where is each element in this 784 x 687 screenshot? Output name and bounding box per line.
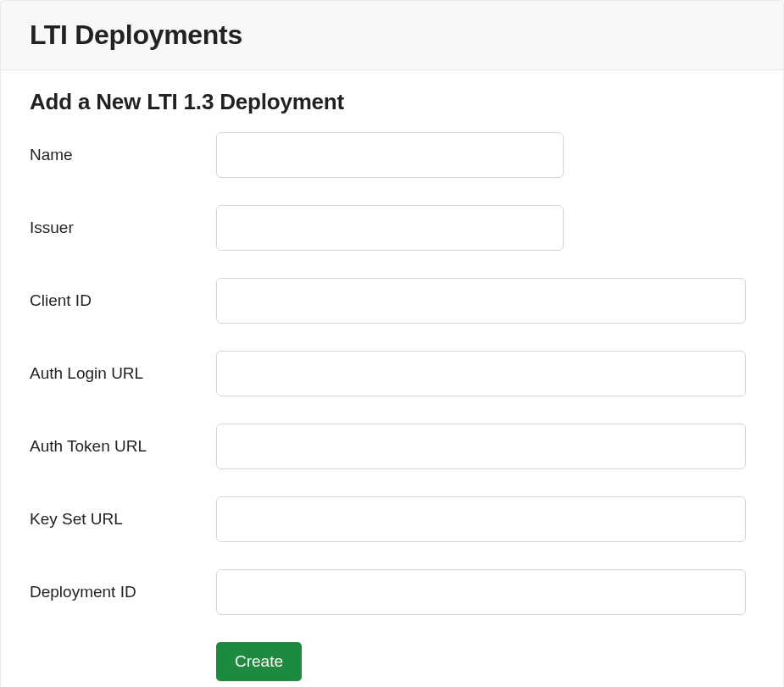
submit-spacer [30, 642, 216, 681]
deployment-id-input[interactable] [216, 569, 746, 615]
issuer-label: Issuer [30, 219, 216, 237]
submit-row: Create [30, 642, 754, 681]
name-input[interactable] [216, 132, 564, 178]
create-button[interactable]: Create [216, 642, 302, 681]
name-label: Name [30, 146, 216, 164]
field-row-issuer: Issuer [30, 205, 754, 251]
field-row-auth-token-url: Auth Token URL [30, 424, 754, 469]
key-set-url-input[interactable] [216, 496, 746, 542]
issuer-input[interactable] [216, 205, 564, 251]
card-header: LTI Deployments [1, 1, 783, 70]
field-row-deployment-id: Deployment ID [30, 569, 754, 615]
card-body: Add a New LTI 1.3 Deployment Name Issuer… [1, 70, 783, 687]
field-row-auth-login-url: Auth Login URL [30, 351, 754, 396]
auth-token-url-input[interactable] [216, 424, 746, 469]
field-row-name: Name [30, 132, 754, 178]
field-row-key-set-url: Key Set URL [30, 496, 754, 542]
form-heading: Add a New LTI 1.3 Deployment [30, 89, 754, 115]
client-id-input[interactable] [216, 278, 746, 324]
auth-login-url-label: Auth Login URL [30, 364, 216, 383]
deployment-id-label: Deployment ID [30, 583, 216, 601]
client-id-label: Client ID [30, 291, 216, 310]
auth-token-url-label: Auth Token URL [30, 437, 216, 456]
page-title: LTI Deployments [30, 19, 754, 51]
auth-login-url-input[interactable] [216, 351, 746, 396]
field-row-client-id: Client ID [30, 278, 754, 324]
key-set-url-label: Key Set URL [30, 510, 216, 529]
lti-deployments-card: LTI Deployments Add a New LTI 1.3 Deploy… [0, 0, 784, 687]
